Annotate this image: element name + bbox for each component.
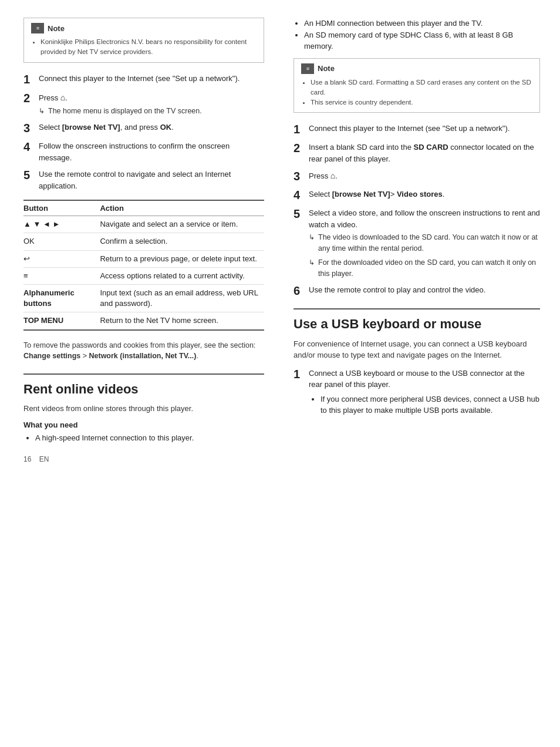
r-step-num-5: 5 <box>294 207 309 221</box>
table-row: ≡Access options related to a current act… <box>23 267 264 284</box>
table-cell-button: ↩ <box>23 250 100 267</box>
table-cell-action: Return to a previous page, or delete inp… <box>100 250 264 267</box>
step-3: 3 Select [browse Net TV], and press OK. <box>23 121 264 135</box>
step-5: 5 Use the remote control to navigate and… <box>23 168 264 191</box>
rent-section-title: Rent online videos <box>23 382 264 397</box>
step-1: 1 Connect this player to the Internet (s… <box>23 72 264 86</box>
col-action-header: Action <box>100 201 264 216</box>
steps-top-list: 1 Connect this player to the Internet (s… <box>23 72 264 192</box>
note-box-right: ≡ Note Use a blank SD card. Formatting a… <box>294 58 540 113</box>
table-cell-button: Alphanumeric buttons <box>23 285 100 312</box>
note-box-top: ≡ Note Koninklijke Philips Electronics N… <box>23 18 264 63</box>
what-you-need-title: What you need <box>23 420 264 429</box>
r-step-content-1: Connect this player to the Internet (see… <box>309 122 540 134</box>
r-step-num-2: 2 <box>294 141 309 155</box>
what-you-need-list: A high-speed Internet connection to this… <box>23 432 264 444</box>
bullet-hdmi: An HDMI connection between this player a… <box>304 18 540 29</box>
step-num-5: 5 <box>23 168 39 182</box>
r-step-3: 3 Press ⌂. <box>294 169 540 183</box>
table-cell-action: Confirm a selection. <box>100 233 264 250</box>
note-list-left: Koninklijke Philips Electronics N.V. bea… <box>31 37 257 58</box>
table-row: TOP MENUReturn to the Net TV home screen… <box>23 312 264 329</box>
table-cell-button: ▲ ▼ ◄ ► <box>23 216 100 233</box>
usb-step-1: 1 Connect a USB keyboard or mouse to the… <box>294 367 540 422</box>
r-step-2: 2 Insert a blank SD card into the SD CAR… <box>294 141 540 164</box>
step-content-5: Use the remote control to navigate and s… <box>39 168 264 191</box>
left-column: ≡ Note Koninklijke Philips Electronics N… <box>23 18 282 729</box>
r-step-num-3: 3 <box>294 169 309 183</box>
need-item-1: A high-speed Internet connection to this… <box>35 432 264 444</box>
r-step-6: 6 Use the remote control to play and con… <box>294 284 540 298</box>
r-step-content-5: Select a video store, and follow the ons… <box>309 207 540 279</box>
usb-bullet-1: If you connect more peripheral USB devic… <box>321 393 540 416</box>
right-column: An HDMI connection between this player a… <box>282 18 540 729</box>
table-row: Alphanumeric buttonsInput text (such as … <box>23 285 264 312</box>
table-cell-button: ≡ <box>23 267 100 284</box>
step-4: 4 Follow the onscreen instructions to co… <box>23 140 264 163</box>
table-row: OKConfirm a selection. <box>23 233 264 250</box>
r-step-content-4: Select [browse Net TV]> Video stores. <box>309 188 540 200</box>
col-button-header: Button <box>23 201 100 216</box>
note-icon-left: ≡ <box>31 23 44 33</box>
section-divider-usb <box>294 308 540 309</box>
step-num-1: 1 <box>23 72 39 86</box>
r-step-5-sub-2: ↳ For the downloaded video on the SD car… <box>309 257 540 280</box>
page: ≡ Note Koninklijke Philips Electronics N… <box>0 0 560 747</box>
rent-section-desc: Rent videos from online stores through t… <box>23 403 264 415</box>
bullet-sd: An SD memory card of type SDHC Class 6, … <box>304 29 540 52</box>
usb-steps-list: 1 Connect a USB keyboard or mouse to the… <box>294 367 540 422</box>
table-row: ▲ ▼ ◄ ►Navigate and select an a service … <box>23 216 264 233</box>
table-cell-action: Access options related to a current acti… <box>100 267 264 284</box>
step-content-3: Select [browse Net TV], and press OK. <box>39 121 264 133</box>
step-2-sub: ↳ The home menu is displayed on the TV s… <box>39 106 264 117</box>
table-row: ↩Return to a previous page, or delete in… <box>23 250 264 267</box>
r-step-content-2: Insert a blank SD card into the SD CARD … <box>309 141 540 164</box>
step-num-3: 3 <box>23 121 39 135</box>
table-cell-button: TOP MENU <box>23 312 100 329</box>
section-divider-rent <box>23 374 264 375</box>
table-cell-button: OK <box>23 233 100 250</box>
button-action-table: Button Action ▲ ▼ ◄ ►Navigate and select… <box>23 200 264 330</box>
r-step-num-4: 4 <box>294 188 309 202</box>
r-step-content-6: Use the remote control to play and contr… <box>309 284 540 296</box>
page-number: 16 EN <box>23 455 264 463</box>
step-2: 2 Press ⌂. ↳ The home menu is displayed … <box>23 91 264 117</box>
top-bullets-right: An HDMI connection between this player a… <box>294 18 540 52</box>
r-step-content-3: Press ⌂. <box>309 169 540 182</box>
steps-right-list: 1 Connect this player to the Internet (s… <box>294 122 540 298</box>
usb-section-title: Use a USB keyboard or mouse <box>294 317 540 332</box>
step-num-2: 2 <box>23 91 39 105</box>
table-cell-action: Return to the Net TV home screen. <box>100 312 264 329</box>
usb-step-num-1: 1 <box>294 367 309 381</box>
usb-step-1-bullets: If you connect more peripheral USB devic… <box>309 393 540 416</box>
note-right-item-2: This service is country dependent. <box>311 97 532 107</box>
note-label-left: Note <box>48 24 65 33</box>
table-cell-action: Input text (such as an email address, we… <box>100 285 264 312</box>
note-list-right: Use a blank SD card. Formatting a SD car… <box>301 78 532 108</box>
usb-section-desc: For convenience of Internet usage, you c… <box>294 338 540 361</box>
step-content-2: Press ⌂. ↳ The home menu is displayed on… <box>39 91 264 117</box>
note-icon-right: ≡ <box>301 63 314 74</box>
r-step-5-sub-1: ↳ The video is downloaded to the SD card… <box>309 232 540 254</box>
note-label-right: Note <box>318 64 335 73</box>
table-cell-action: Navigate and select an a service or item… <box>100 216 264 233</box>
step-content-4: Follow the onscreen instructions to conf… <box>39 140 264 163</box>
footer-note: To remove the passwords and cookies from… <box>23 340 264 362</box>
step-num-4: 4 <box>23 140 39 154</box>
r-step-num-6: 6 <box>294 284 309 298</box>
r-step-5: 5 Select a video store, and follow the o… <box>294 207 540 279</box>
note-item: Koninklijke Philips Electronics N.V. bea… <box>41 37 257 58</box>
note-right-item-1: Use a blank SD card. Formatting a SD car… <box>311 78 532 98</box>
r-step-1: 1 Connect this player to the Internet (s… <box>294 122 540 136</box>
r-step-num-1: 1 <box>294 122 309 136</box>
step-content-1: Connect this player to the Internet (see… <box>39 72 264 85</box>
r-step-4: 4 Select [browse Net TV]> Video stores. <box>294 188 540 202</box>
usb-step-content-1: Connect a USB keyboard or mouse to the U… <box>309 367 540 422</box>
